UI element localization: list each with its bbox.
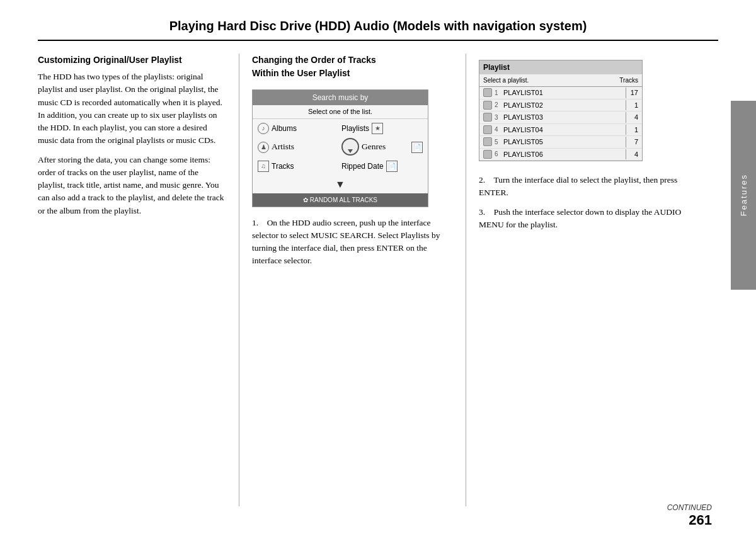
features-sidebar: Features: [731, 101, 756, 290]
playlist-thumb: [483, 113, 492, 122]
playlist-row: 6 PLAYLIST06 4: [479, 149, 642, 161]
playlist-row-count: 7: [626, 137, 638, 147]
albums-label: Albums: [272, 123, 297, 134]
middle-column: Changing the Order of Tracks Within the …: [239, 54, 466, 506]
artists-label: Artists: [272, 140, 294, 153]
albums-icon: ♪: [258, 123, 269, 134]
genres-icon: 📄: [411, 142, 423, 153]
genres-label: Genres: [362, 140, 386, 153]
playlists-icon: ★: [372, 123, 383, 134]
search-item-genres: Genres 📄: [341, 137, 423, 158]
playlist-row: 3 PLAYLIST03 4: [479, 111, 642, 124]
search-item-ripped-date: Ripped Date 📄: [341, 161, 423, 172]
features-label: Features: [739, 174, 748, 216]
left-para2: After storing the data, you can change s…: [38, 154, 226, 217]
dial-icon: [341, 138, 359, 156]
playlist-row-name: PLAYLIST05: [503, 137, 623, 147]
tracks-icon: ♫: [258, 161, 269, 172]
playlist-row: 5 PLAYLIST05 7: [479, 136, 642, 149]
playlist-row-num: 2: [495, 100, 501, 110]
arrow-down: ▼: [253, 177, 428, 192]
playlist-thumb: [483, 88, 492, 97]
playlist-row-name: PLAYLIST06: [503, 149, 623, 160]
playlist-row-num: 4: [495, 125, 501, 134]
playlist-row-count: 4: [626, 149, 638, 160]
playlist-box: Playlist Select a playlist. Tracks 1 PLA…: [479, 60, 643, 161]
artists-icon: ♟: [258, 142, 269, 153]
search-item-artists: ♟ Artists: [258, 137, 339, 158]
playlist-thumb: [483, 101, 492, 110]
playlist-header: Playlist: [479, 60, 642, 74]
playlists-label: Playlists: [341, 123, 369, 134]
continued-text: CONTINUED: [667, 503, 712, 512]
playlist-thumb: [483, 137, 492, 146]
playlist-row-count: 17: [626, 88, 638, 98]
left-section-heading: Customizing Original/User Playlist: [38, 54, 226, 67]
playlist-col-headers: Select a playlist. Tracks: [479, 74, 642, 87]
playlist-row-count: 4: [626, 112, 638, 123]
search-title: Search music by: [253, 90, 428, 105]
search-subtitle: Select one of the list.: [253, 105, 428, 119]
playlist-row-name: PLAYLIST03: [503, 112, 623, 123]
random-tracks-bar: ✿ RANDOM ALL TRACKS: [253, 193, 428, 207]
playlist-row-name: PLAYLIST04: [503, 125, 623, 135]
playlist-row-num: 6: [495, 149, 501, 159]
search-diagram: Search music by Select one of the list. …: [252, 89, 428, 207]
playlist-row-name: PLAYLIST01: [503, 88, 623, 98]
tracks-label: Tracks: [272, 161, 294, 172]
playlist-row-num: 5: [495, 137, 501, 147]
search-item-playlists: Playlists ★: [341, 123, 423, 134]
left-column: Customizing Original/User Playlist The H…: [38, 54, 239, 506]
playlist-row-num: 3: [495, 113, 501, 122]
left-para1: The HDD has two types of the playlists: …: [38, 71, 226, 147]
page-footer: CONTINUED 261: [667, 503, 712, 528]
playlist-thumb: [483, 150, 492, 159]
step1-text: 1. On the HDD audio screen, push up the …: [252, 217, 453, 268]
col-select: Select a playlist.: [483, 76, 529, 85]
search-item-tracks: ♫ Tracks: [258, 161, 339, 172]
page-title-area: Playing Hard Disc Drive (HDD) Audio (Mod…: [38, 0, 718, 41]
playlist-row: 4 PLAYLIST04 1: [479, 124, 642, 137]
playlist-row: 2 PLAYLIST02 1: [479, 100, 642, 112]
right-column: Playlist Select a playlist. Tracks 1 PLA…: [466, 54, 699, 506]
playlist-row-name: PLAYLIST02: [503, 100, 623, 111]
step3-text: 3. Push the interface selector down to d…: [479, 206, 699, 232]
playlist-row-count: 1: [626, 100, 638, 111]
ripped-date-label: Ripped Date: [341, 161, 384, 172]
search-grid: ♪ Albums Playlists ★ ♟ Artists: [253, 119, 428, 176]
playlist-row-count: 1: [626, 125, 638, 135]
col-tracks: Tracks: [619, 76, 638, 85]
middle-section-heading: Changing the Order of Tracks Within the …: [252, 54, 453, 80]
page-title: Playing Hard Disc Drive (HDD) Audio (Mod…: [76, 19, 680, 33]
main-content: Customizing Original/User Playlist The H…: [38, 41, 718, 506]
search-item-albums: ♪ Albums: [258, 123, 339, 134]
page-number: 261: [667, 512, 712, 528]
step2-text: 2. Turn the interface dial to select the…: [479, 174, 699, 200]
playlist-row: 1 PLAYLIST01 17: [479, 87, 642, 100]
ripped-date-icon: 📄: [386, 161, 398, 172]
playlist-rows: 1 PLAYLIST01 17 2 PLAYLIST02 1 3 PLAYLIS…: [479, 87, 642, 161]
playlist-thumb: [483, 125, 492, 134]
playlist-row-num: 1: [495, 88, 501, 98]
